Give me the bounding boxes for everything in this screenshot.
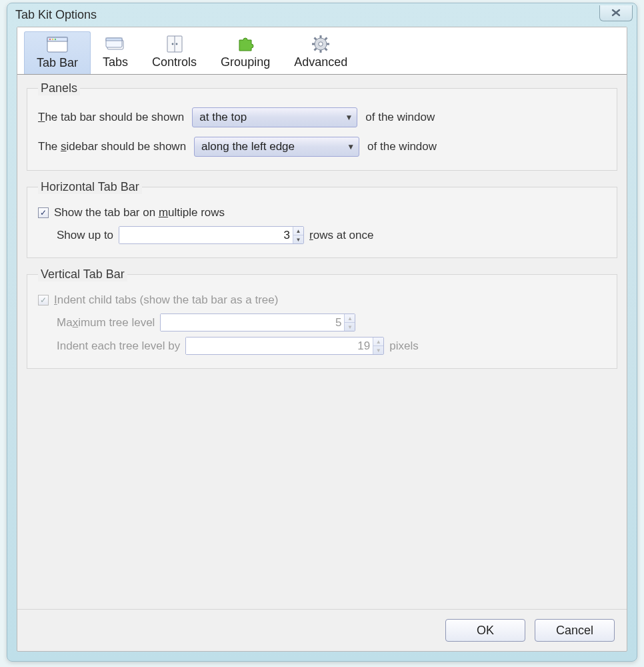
spinner-buttons: ▲▼	[373, 338, 383, 354]
svg-point-13	[319, 42, 323, 46]
max-tree-spinner: 5 ▲▼	[160, 313, 355, 331]
svg-line-19	[325, 49, 327, 51]
checkbox-indent-child: ✓ Indent child tabs (show the tab bar as…	[38, 293, 606, 307]
row-indent-pixels: Indent each tree level by 19 ▲▼ pixels	[57, 337, 606, 355]
tabbar-suffix: of the window	[365, 111, 435, 124]
ok-button[interactable]: OK	[445, 619, 525, 642]
svg-line-18	[315, 38, 317, 40]
svg-point-4	[55, 39, 56, 40]
dialog-footer: OK Cancel	[17, 609, 627, 651]
window-frame: Tab Kit Options Tab Bar	[7, 3, 637, 662]
gear-icon	[309, 34, 332, 54]
checkbox-label: Show the tab bar on multiple rows	[54, 206, 225, 219]
checkbox-icon: ✓	[38, 295, 49, 305]
controls-icon	[163, 34, 186, 54]
window-icon	[46, 35, 69, 55]
checkbox-icon: ✓	[38, 207, 49, 218]
sidebar-suffix: of the window	[367, 140, 437, 153]
row-sidebar-position: The sidebar should be shown along the le…	[38, 137, 606, 157]
svg-point-2	[49, 39, 51, 40]
svg-line-21	[315, 49, 317, 51]
group-panels: Panels The tab bar should be shown at th…	[27, 81, 617, 171]
row-tabbar-position: The tab bar should be shown at the top ▼…	[38, 107, 606, 127]
svg-rect-7	[106, 38, 122, 41]
checkbox-multiple-rows[interactable]: ✓ Show the tab bar on multiple rows	[38, 206, 606, 219]
spinner-buttons: ▲▼	[344, 314, 355, 331]
tabbar-position-value: at the top	[199, 111, 247, 124]
svg-point-11	[175, 43, 177, 45]
rows-value: 3	[119, 227, 293, 243]
group-vertical: Vertical Tab Bar ✓ Indent child tabs (sh…	[27, 267, 617, 369]
tab-controls[interactable]: Controls	[140, 31, 209, 74]
max-tree-label: Maximum tree level	[57, 316, 155, 329]
indent-each-spinner: 19 ▲▼	[185, 337, 384, 355]
window-title: Tab Kit Options	[15, 8, 599, 22]
tab-label: Tabs	[103, 55, 128, 69]
group-horizontal: Horizontal Tab Bar ✓ Show the tab bar on…	[27, 180, 617, 258]
puzzle-icon	[234, 34, 257, 54]
sidebar-position-dropdown[interactable]: along the left edge ▼	[194, 137, 359, 157]
sidebar-position-value: along the left edge	[201, 140, 295, 153]
indent-each-value: 19	[186, 338, 373, 354]
rows-suffix: rows at once	[309, 229, 373, 242]
group-vertical-title: Vertical Tab Bar	[38, 267, 127, 281]
max-tree-value: 5	[161, 314, 344, 331]
svg-line-20	[325, 38, 327, 40]
checkbox-label: Indent child tabs (show the tab bar as a…	[54, 293, 278, 307]
sidebar-label: The sidebar should be shown	[38, 140, 186, 153]
tabbar-label: The tab bar should be shown	[38, 111, 184, 124]
close-button[interactable]	[599, 5, 633, 21]
rows-spinner[interactable]: 3 ▲▼	[119, 226, 304, 244]
titlebar: Tab Kit Options	[7, 3, 637, 27]
row-max-tree-level: Maximum tree level 5 ▲▼	[57, 313, 606, 331]
tab-label: Grouping	[221, 55, 270, 69]
tab-grouping[interactable]: Grouping	[209, 31, 282, 74]
spinner-buttons[interactable]: ▲▼	[293, 227, 303, 243]
svg-point-3	[52, 39, 53, 40]
row-rows-count: Show up to 3 ▲▼ rows at once	[57, 226, 606, 244]
indent-each-suffix: pixels	[389, 340, 418, 353]
tab-tabs[interactable]: Tabs	[91, 31, 140, 74]
cancel-button[interactable]: Cancel	[535, 619, 615, 642]
indent-each-label: Indent each tree level by	[57, 340, 180, 353]
chevron-down-icon: ▼	[347, 142, 355, 151]
svg-point-10	[171, 43, 173, 45]
options-body: Panels The tab bar should be shown at th…	[17, 75, 627, 609]
chevron-down-icon: ▼	[345, 113, 353, 122]
options-toolbar: Tab Bar Tabs	[17, 27, 627, 75]
tabbar-position-dropdown[interactable]: at the top ▼	[192, 107, 357, 127]
tab-tabbar[interactable]: Tab Bar	[24, 31, 91, 74]
group-horizontal-title: Horizontal Tab Bar	[38, 180, 142, 194]
tabs-icon	[104, 34, 127, 54]
group-panels-title: Panels	[38, 81, 80, 95]
dialog-body: Tab Bar Tabs	[17, 27, 627, 652]
tab-label: Tab Bar	[37, 56, 78, 70]
rows-label: Show up to	[57, 229, 113, 242]
tab-label: Controls	[152, 55, 197, 69]
tab-advanced[interactable]: Advanced	[282, 31, 359, 74]
tab-label: Advanced	[294, 55, 347, 69]
close-icon	[610, 8, 622, 17]
